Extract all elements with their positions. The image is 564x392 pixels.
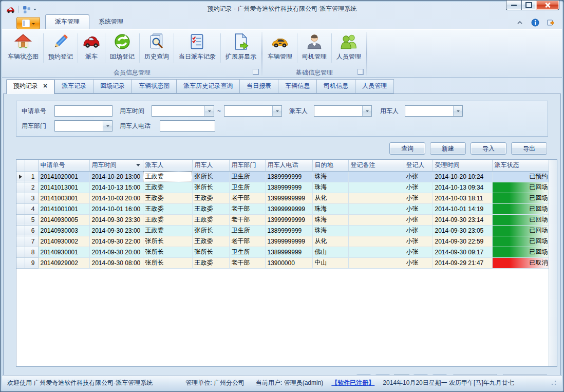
license-link[interactable]: 【软件已注册】 [331, 379, 374, 387]
table-row[interactable]: 4 20141001001 2014-10-01 16:00 王政委 王政委 老… [16, 203, 550, 214]
col-accept-time[interactable]: 受理时间 [433, 160, 492, 171]
cell-apply-no: 20140930001 [38, 247, 89, 257]
resize-grip[interactable] [550, 380, 557, 386]
table-row[interactable]: 5 20140930005 2014-09-30 23:30 王政委 王政委 老… [16, 214, 550, 225]
ribbon-button-label: 车辆状态图 [8, 52, 39, 61]
dialog-launcher-icon[interactable] [358, 69, 364, 75]
checklist-icon [189, 33, 206, 50]
col-dispatcher[interactable]: 派车人 [143, 160, 192, 171]
app-car-icon [6, 6, 15, 13]
col-use-time[interactable]: 用车时间 [89, 160, 143, 171]
dialog-launcher-icon[interactable] [253, 69, 259, 75]
dispatcher-combo[interactable] [314, 105, 372, 117]
col-phone[interactable]: 用车人电话 [265, 160, 312, 171]
close-icon [544, 2, 551, 8]
export-button[interactable]: 导出 [511, 142, 547, 155]
ribbon-button[interactable]: 扩展屏显示 [221, 30, 261, 68]
cell-phone: 13900000 [265, 257, 312, 268]
close-tab-icon[interactable] [43, 83, 47, 89]
status-bar: 欢迎使用 广州爱奇迪软件科技有限公司-派车管理系统 管理单位: 广州分公司 当前… [2, 376, 562, 390]
cell-phone: 13999999999 [265, 214, 312, 225]
col-destination[interactable]: 目的地 [312, 160, 348, 171]
ribbon-button[interactable]: 司机管理 [297, 30, 331, 68]
ribbon-group-label: 会员信息管理 [3, 68, 261, 77]
close-button[interactable] [536, 1, 559, 10]
collapse-ribbon-icon[interactable] [516, 18, 524, 27]
col-registrar[interactable]: 登记人 [404, 160, 433, 171]
ribbon-button-label: 司机管理 [302, 52, 327, 61]
restore-button[interactable] [521, 1, 536, 10]
vertical-scrollbar[interactable] [549, 160, 557, 366]
restore-icon [525, 2, 532, 8]
use-time-to-combo[interactable] [224, 105, 282, 117]
row-marker-cell [16, 236, 25, 247]
col-car-user[interactable]: 用车人 [192, 160, 229, 171]
col-dept[interactable]: 用车部门 [229, 160, 265, 171]
ribbon-button[interactable]: 人员管理 [332, 30, 366, 68]
table-row[interactable]: 9 20140929002 2014-09-30 08:00 张所长 王政委 老… [16, 257, 550, 268]
col-remarks[interactable]: 登记备注 [348, 160, 404, 171]
ribbon-button[interactable]: 预约登记 [44, 30, 78, 68]
row-marker-cell [16, 257, 25, 268]
ribbon-button[interactable]: 车辆状态图 [3, 30, 43, 68]
cell-phone: 1389999999 [265, 225, 312, 236]
ribbon-button[interactable]: 车辆管理 [263, 30, 297, 68]
cell-apply-no: 20141001001 [38, 203, 89, 214]
doc-tab-reservations[interactable]: 预约记录 [6, 79, 54, 94]
ribbon-button[interactable]: 回场登记 [105, 30, 139, 68]
car-user-combo[interactable] [405, 105, 463, 117]
combo-value [152, 106, 204, 116]
cell-accept-time: 2014-10-13 09:34 [433, 182, 492, 193]
table-row[interactable]: 1 20141020001 2014-10-20 13:00 王政委 张所长 卫… [16, 171, 550, 182]
use-time-from-combo[interactable] [152, 105, 214, 117]
apply-no-input[interactable] [54, 105, 112, 117]
ribbon-tab-system[interactable]: 系统管理 [89, 15, 133, 29]
return-arrows-icon [114, 33, 131, 50]
minimize-button[interactable] [506, 1, 521, 10]
range-separator: ~ [217, 107, 221, 115]
cell-dispatch-status: 已预约 [492, 171, 550, 182]
col-apply-no[interactable]: 申请单号 [38, 160, 89, 171]
info-icon[interactable] [531, 18, 539, 27]
table-row[interactable]: 6 20140930003 2014-09-30 23:00 王政委 张所长 卫… [16, 225, 550, 236]
table-row[interactable]: 2 20141013001 2014-10-13 15:00 王政委 张所长 卫… [16, 182, 550, 193]
doc-tab-daily-report[interactable]: 当日报表 [240, 79, 278, 94]
cell-dept: 老干部 [229, 236, 265, 247]
cell-use-time: 2014-09-30 23:30 [89, 214, 143, 225]
doc-tab-vehicle-status[interactable]: 车辆状态图 [132, 79, 177, 94]
cell-accept-time: 2014-10-01 14:19 [433, 203, 492, 214]
quick-access-button[interactable] [23, 6, 36, 13]
doc-tab-personnel[interactable]: 人员管理 [355, 79, 394, 94]
welcome-text: 欢迎使用 广州爱奇迪软件科技有限公司-派车管理系统 [7, 379, 153, 387]
table-row[interactable]: 8 20140930001 2014-09-30 20:00 张所长 张所长 卫… [16, 247, 550, 257]
cell-dispatch-status: 已取消 [492, 257, 550, 268]
extend-screen-icon [232, 33, 250, 50]
ribbon-button[interactable]: 派车 [78, 30, 105, 68]
cell-apply-no: 20141003001 [38, 193, 89, 203]
application-menu-button[interactable] [16, 17, 40, 29]
ribbon-tab-dispatch[interactable]: 派车管理 [45, 14, 89, 29]
query-button[interactable]: 查询 [389, 142, 425, 155]
ribbon-button[interactable]: 历史查询 [140, 30, 174, 68]
doc-tab-driver-info[interactable]: 司机信息 [317, 79, 355, 94]
cell-car-user: 王政委 [192, 236, 229, 247]
doc-tab-history-query[interactable]: 派车历史记录查询 [177, 79, 240, 94]
title-bar: 预约记录 - 广州爱奇迪软件科技有限公司-派车管理系统 [2, 2, 562, 15]
dept-combo[interactable] [54, 120, 112, 132]
doc-tab-return-records[interactable]: 回场记录 [93, 79, 132, 94]
phone-input[interactable] [160, 120, 215, 132]
window-title: 预约记录 - 广州爱奇迪软件科技有限公司-派车管理系统 [64, 5, 500, 13]
cell-remarks [348, 203, 404, 214]
ribbon-button[interactable]: 当日派车记录 [174, 30, 220, 68]
cell-dispatch-status: 已回场 [492, 193, 550, 203]
doc-tab-vehicle-info[interactable]: 车辆信息 [278, 79, 317, 94]
table-row[interactable]: 3 20141003001 2014-10-03 20:00 王政委 王政委 老… [16, 193, 550, 203]
table-row[interactable]: 7 20140930002 2014-09-30 22:00 张所长 王政委 老… [16, 236, 550, 247]
doc-tab-dispatch-records[interactable]: 派车记录 [54, 79, 93, 94]
cell-car-user: 张所长 [192, 182, 229, 193]
new-button[interactable]: 新建 [430, 142, 466, 155]
about-icon[interactable] [547, 18, 555, 27]
col-status[interactable]: 派车状态 [492, 160, 550, 171]
import-button[interactable]: 导入 [471, 142, 506, 155]
cell-destination: 珠海 [312, 182, 348, 193]
